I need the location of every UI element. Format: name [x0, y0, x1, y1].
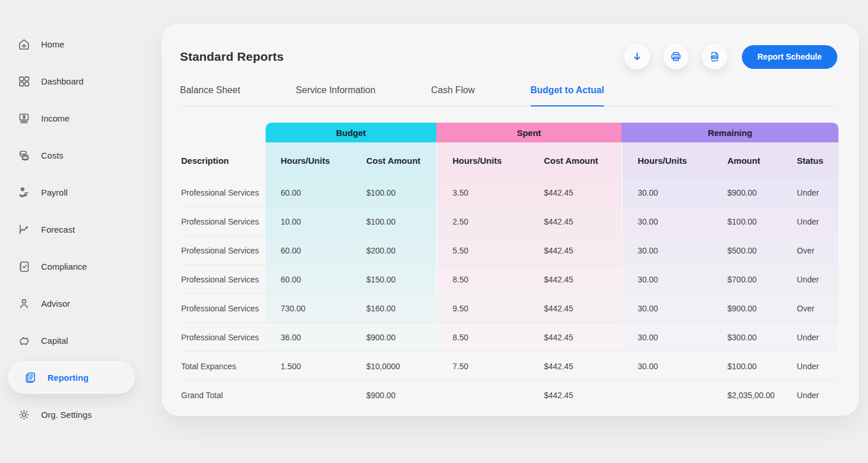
cell-value: 60.00 [266, 265, 351, 294]
advisor-icon [17, 297, 31, 310]
cell-value: 30.00 [621, 178, 712, 207]
sidebar-item-income[interactable]: Income [17, 106, 162, 130]
cell-status: Over [782, 236, 838, 265]
cell-value: 30.00 [621, 294, 712, 323]
group-header-budget: Budget [266, 123, 436, 142]
sidebar-item-org-settings[interactable]: Org. Settings [17, 403, 162, 426]
column-header-description: Description [180, 142, 266, 178]
table-footer-row: Total Expances1.500$10,00007.50$442.4530… [180, 352, 838, 381]
column-header-remaining-amount: Amount [712, 142, 782, 178]
report-schedule-button[interactable]: Report Schedule [742, 45, 837, 69]
cell-status: Under [782, 323, 838, 352]
csv-export-button[interactable]: CSV [702, 44, 727, 69]
home-icon [17, 38, 31, 51]
cell-description: Grand Total [180, 381, 266, 410]
cell-value: 9.50 [436, 294, 529, 323]
settings-icon [17, 408, 31, 421]
income-icon [17, 112, 31, 125]
column-header-spent-cost: Cost Amount [529, 142, 621, 178]
cell-description: Total Expances [180, 352, 266, 381]
sidebar: HomeDashboardIncomeCostsPayrollForecastC… [0, 32, 162, 440]
cell-value: 8.50 [436, 265, 529, 294]
sidebar-item-label: Forecast [41, 225, 75, 234]
payroll-icon [17, 186, 31, 199]
cell-value [436, 381, 529, 410]
cell-value: $442.45 [529, 352, 621, 381]
sidebar-item-forecast[interactable]: Forecast [17, 218, 162, 241]
tab-budget-to-actual[interactable]: Budget to Actual [531, 85, 604, 106]
cell-value: 36.00 [266, 323, 351, 352]
cell-value: 60.00 [266, 236, 351, 265]
group-header-remaining: Remaining [621, 123, 838, 142]
sidebar-item-capital[interactable]: Capital [17, 329, 162, 352]
cell-value: $900.00 [351, 381, 436, 410]
main-panel: Standard Reports [162, 24, 859, 416]
cell-description: Professional Services [180, 178, 266, 207]
sidebar-item-label: Income [41, 113, 69, 123]
sidebar-item-compliance[interactable]: Compliance [17, 255, 162, 278]
cell-status: Under [782, 352, 838, 381]
sidebar-item-reporting[interactable]: Reporting [8, 361, 135, 394]
group-header-empty [180, 123, 266, 142]
cell-status: Over [782, 294, 838, 323]
sidebar-item-costs[interactable]: Costs [17, 144, 162, 167]
sidebar-item-label: Reporting [47, 373, 89, 383]
cell-value: $160.00 [351, 294, 436, 323]
print-button[interactable] [663, 44, 689, 69]
tab-service-information[interactable]: Service Information [296, 85, 376, 106]
table-row: Professional Services60.00$150.008.50$44… [180, 265, 838, 294]
cell-value: 30.00 [621, 323, 712, 352]
print-icon [670, 50, 682, 63]
sidebar-item-label: Capital [41, 336, 68, 346]
sidebar-item-label: Home [41, 39, 64, 49]
cell-description: Professional Services [180, 323, 266, 352]
cell-value: 30.00 [621, 352, 712, 381]
cell-status: Under [782, 265, 838, 294]
csv-export-icon: CSV [708, 50, 721, 63]
table-footer-row: Grand Total$900.00$442.45$2,035,00.00Und… [180, 381, 838, 410]
forecast-icon [17, 223, 31, 236]
cell-value: $100.00 [351, 178, 436, 207]
sidebar-item-label: Compliance [41, 262, 87, 271]
cell-value: $900.00 [351, 323, 436, 352]
cell-value: 8.50 [436, 323, 529, 352]
dashboard-icon [17, 75, 31, 88]
header-actions: CSV Report Schedule [624, 44, 837, 69]
column-header-status: Status [782, 142, 838, 178]
sidebar-item-dashboard[interactable]: Dashboard [17, 69, 162, 93]
sidebar-item-home[interactable]: Home [17, 32, 162, 56]
cell-status: Under [782, 178, 838, 207]
budget-to-actual-table: Budget Spent Remaining Description Hours… [180, 123, 838, 410]
cell-status: Under [782, 207, 838, 236]
cell-value: $442.45 [529, 381, 621, 410]
cell-value: $100.00 [351, 207, 436, 236]
sidebar-item-label: Advisor [41, 299, 70, 308]
cell-value: $900.00 [712, 178, 782, 207]
tab-balance-sheet[interactable]: Balance Sheet [180, 85, 240, 106]
sidebar-item-payroll[interactable]: Payroll [17, 181, 162, 204]
sidebar-item-label: Payroll [41, 188, 68, 197]
download-button[interactable] [624, 44, 650, 69]
group-header-row: Budget Spent Remaining [180, 123, 838, 142]
sidebar-item-label: Org. Settings [41, 410, 92, 420]
cell-value: 730.00 [266, 294, 351, 323]
cell-value: 5.50 [436, 236, 529, 265]
cell-value: 1.500 [266, 352, 351, 381]
cell-value: 30.00 [621, 265, 712, 294]
cell-value: $200.00 [351, 236, 436, 265]
table-body: Professional Services60.00$100.003.50$44… [180, 178, 838, 410]
cell-value: $700.00 [712, 265, 782, 294]
cell-value: 2.50 [436, 207, 529, 236]
cell-value: $150.00 [351, 265, 436, 294]
cell-description: Professional Services [180, 265, 266, 294]
report-table-area: Budget Spent Remaining Description Hours… [180, 123, 837, 410]
cell-status: Under [782, 381, 838, 410]
capital-icon [17, 334, 31, 347]
cell-value: $442.45 [529, 323, 621, 352]
column-header-remaining-hours: Hours/Units [621, 142, 712, 178]
svg-text:CSV: CSV [712, 56, 718, 58]
sidebar-item-advisor[interactable]: Advisor [17, 292, 162, 315]
reporting-icon [24, 371, 37, 384]
cell-value: $10,0000 [351, 352, 436, 381]
tab-cash-flow[interactable]: Cash Flow [431, 85, 475, 106]
